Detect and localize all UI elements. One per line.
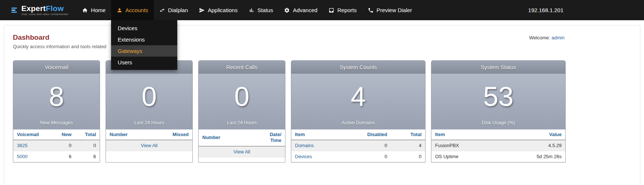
nav-item-advanced[interactable]: Advanced: [278, 0, 323, 20]
card-metric-label: Disk Usage (%): [482, 120, 515, 125]
table-header-row: Item Value: [431, 129, 565, 140]
view-all-link[interactable]: View All: [234, 149, 250, 154]
table-row: View All: [199, 146, 285, 157]
server-address: 192.168.1.201: [528, 0, 563, 20]
voicemail-box-link[interactable]: 5000: [17, 154, 28, 159]
column-header: Item: [431, 129, 497, 140]
table-header-row: Voicemail New Total: [13, 129, 100, 140]
voicemail-box-link[interactable]: 3625: [17, 143, 28, 148]
column-header: Voicemail: [13, 129, 52, 140]
card-big-number: 53: [483, 83, 513, 110]
welcome-text: Welcome: admin: [529, 35, 565, 40]
card-missed-calls: Missed Calls 0 Last 24 Hours Number Miss…: [106, 60, 193, 163]
nav-item-label: Reports: [337, 7, 357, 13]
card-title: System Counts: [291, 61, 425, 74]
menu-item-devices[interactable]: Devices: [111, 22, 177, 34]
page-header: Dashboard Quickly access information and…: [13, 33, 565, 49]
recent-calls-table: Number Date/ Time View All: [199, 129, 285, 157]
table-cell: Domains: [291, 140, 340, 151]
card-title: System Status: [431, 61, 565, 74]
brand-name: ExpertFlow: [21, 4, 68, 13]
card-metric-label: Active Domains: [342, 120, 375, 125]
table-cell: 6: [52, 151, 75, 162]
table-cell: 4: [391, 140, 425, 151]
table-cell: Devices: [291, 151, 340, 162]
menu-item-gateways[interactable]: Gateways: [111, 45, 177, 57]
card-metric-label: Last 24 Hours: [134, 120, 164, 125]
card-hero: 53 Disk Usage (%): [431, 74, 565, 129]
column-header: Total: [75, 129, 100, 140]
nav-item-status[interactable]: Status: [243, 0, 279, 20]
nav-item-label: Home: [91, 7, 106, 13]
table-cell: View All: [199, 146, 285, 157]
paper-plane-icon: [199, 7, 205, 13]
card-big-number: 8: [49, 83, 64, 110]
nav-item-label: Accounts: [125, 7, 148, 13]
table-cell: View All: [106, 140, 192, 151]
nav-item-label: Status: [257, 7, 273, 13]
page-title: Dashboard: [13, 33, 106, 42]
brand-tagline: chat, voice and video contactcenter: [21, 13, 68, 16]
welcome-user-link[interactable]: admin: [552, 35, 565, 40]
table-row: Devices 0 0: [291, 151, 425, 162]
count-item-link[interactable]: Devices: [295, 154, 312, 159]
card-hero: 4 Active Domains: [291, 74, 425, 129]
nav-item-label: Preview Dialer: [377, 7, 412, 13]
nav-item-applications[interactable]: Applications: [193, 0, 243, 20]
table-header-row: Item Disabled Total: [291, 129, 425, 140]
menu-item-extensions[interactable]: Extensions: [111, 34, 177, 45]
card-recent-calls: Recent Calls 0 Last 24 Hours Number Date…: [198, 60, 285, 163]
inbox-icon: [328, 7, 334, 13]
nav-item-home[interactable]: Home: [77, 0, 111, 20]
missed-calls-table: Number Missed View All: [106, 129, 192, 151]
accounts-dropdown-menu: Devices Extensions Gateways Users: [111, 20, 177, 70]
card-voicemail: Voicemail 8 New Messages Voicemail New T…: [13, 60, 100, 163]
card-big-number: 0: [234, 83, 249, 110]
nav-item-dialplan[interactable]: Dialplan: [154, 0, 193, 20]
column-header: New: [52, 129, 75, 140]
voicemail-table: Voicemail New Total 3625 0 0 5000 6 6: [13, 129, 100, 162]
welcome-label: Welcome:: [529, 35, 550, 40]
view-all-link[interactable]: View All: [141, 143, 157, 148]
content-panel: Dashboard Quickly access information and…: [4, 25, 640, 185]
table-cell: 0: [340, 151, 391, 162]
brand-logo[interactable]: ExpertFlow chat, voice and video contact…: [0, 0, 77, 20]
brand-bars-icon: [11, 7, 18, 14]
table-cell: 0: [340, 140, 391, 151]
card-hero: 0 Last 24 Hours: [106, 74, 192, 129]
card-big-number: 4: [351, 83, 366, 110]
table-header-row: Number Date/ Time: [199, 129, 285, 146]
swap-arrows-icon: [159, 7, 165, 13]
gear-icon: [284, 7, 290, 13]
table-cell: 5000: [13, 151, 52, 162]
menu-item-users[interactable]: Users: [111, 57, 177, 68]
nav-item-accounts[interactable]: Accounts Devices Extensions Gateways Use…: [111, 0, 154, 20]
count-item-link[interactable]: Domains: [295, 143, 314, 148]
nav-item-preview-dialer[interactable]: Preview Dialer: [362, 0, 418, 20]
nav-item-reports[interactable]: Reports: [323, 0, 362, 20]
table-row: View All: [106, 140, 192, 151]
phone-icon: [368, 7, 374, 13]
table-cell: 0: [391, 151, 425, 162]
nav-item-label: Advanced: [293, 7, 317, 13]
user-icon: [117, 7, 122, 13]
column-header: Number: [106, 129, 151, 140]
top-navbar: ExpertFlow chat, voice and video contact…: [0, 0, 644, 20]
table-cell: 5d 25m 26s: [497, 151, 565, 162]
card-system-counts: System Counts 4 Active Domains Item Disa…: [291, 60, 426, 163]
card-metric-label: New Messages: [40, 120, 73, 125]
column-header: Number: [199, 129, 248, 146]
column-header: Value: [497, 129, 565, 140]
card-title: Voicemail: [13, 61, 100, 74]
table-cell: 0: [75, 140, 100, 151]
system-counts-table: Item Disabled Total Domains 0 4 Devices …: [291, 129, 425, 162]
table-row: Domains 0 4: [291, 140, 425, 151]
table-cell: 0: [52, 140, 75, 151]
table-row: 3625 0 0: [13, 140, 100, 151]
home-icon: [82, 7, 88, 13]
card-title: Recent Calls: [199, 61, 285, 74]
column-header: Missed: [151, 129, 192, 140]
dashboard-cards: Voicemail 8 New Messages Voicemail New T…: [13, 60, 640, 163]
table-cell: FusionPBX: [431, 140, 497, 151]
page-subtitle: Quickly access information and tools rel…: [13, 44, 106, 49]
